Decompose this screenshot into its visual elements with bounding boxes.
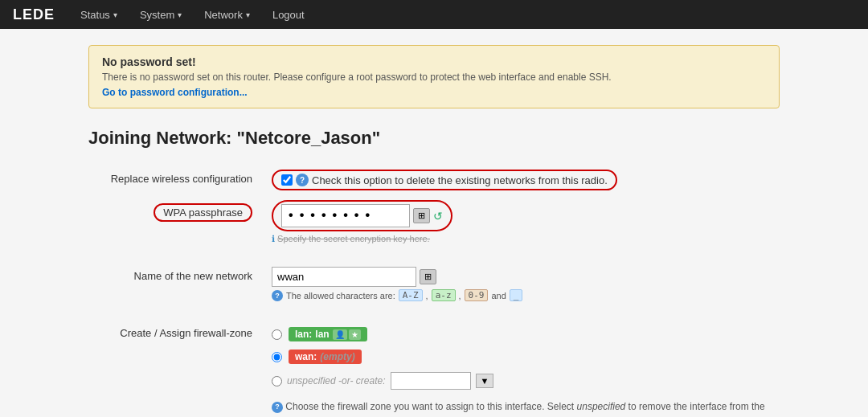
zone-create-input[interactable]: [391, 372, 471, 390]
info-icon-firewall[interactable]: ?: [272, 402, 283, 413]
zone-badge-wan-label: wan:: [295, 351, 317, 362]
char-and: and: [491, 291, 506, 300]
wpa-label-oval: WPA passphrase: [154, 203, 252, 222]
chevron-down-icon: ▾: [178, 10, 182, 19]
warning-box: No password set! There is no password se…: [88, 45, 780, 108]
warning-title: No password set!: [102, 55, 766, 68]
replace-wireless-checkbox[interactable]: [281, 174, 293, 186]
zone-lan-icons: 👤 ★: [333, 329, 361, 340]
zone-option-wan: wan: (empty): [272, 350, 773, 364]
replace-wireless-control: ? Check this option to delete the existi…: [272, 170, 617, 190]
zone-badge-lan-value: lan: [315, 329, 329, 340]
network-name-input-row: ⊞: [272, 267, 773, 287]
info-icon-network[interactable]: ?: [272, 290, 283, 301]
char-badge-AZ: A-Z: [399, 289, 423, 301]
replace-wireless-hint: Check this option to delete the existing…: [312, 174, 608, 186]
char-badge-underscore: _: [510, 289, 523, 301]
nav-status[interactable]: Status ▾: [71, 2, 127, 27]
wpa-label: WPA passphrase: [163, 206, 243, 219]
chevron-down-icon: ▾: [113, 10, 117, 19]
allowed-chars-hint: ? The allowed characters are: A-Z , a-z …: [272, 289, 773, 301]
wpa-reveal-button[interactable]: ↺: [433, 210, 443, 223]
wpa-hint: Specify the secret encryption key here.: [277, 234, 430, 243]
navbar: LEDE Status ▾ System ▾ Network ▾ Logout: [0, 0, 868, 29]
nav-logout[interactable]: Logout: [263, 2, 314, 27]
zone-badge-lan-label: lan:: [295, 329, 312, 340]
network-name-label: Name of the new network: [88, 262, 265, 306]
main-content: No password set! There is no password se…: [72, 45, 796, 417]
firewall-zone-row: Create / Assign firewall-zone lan: lan 👤…: [88, 319, 780, 417]
wpa-input-row: ⊞ ↺: [272, 200, 452, 231]
zone-lan-settings-button[interactable]: ★: [349, 329, 361, 340]
zone-lan-users-button[interactable]: 👤: [333, 329, 347, 340]
wpa-passphrase-row: WPA passphrase ⊞ ↺ ℹ Specify the secret …: [88, 195, 780, 249]
chevron-down-icon: ▾: [246, 10, 250, 19]
zone-radio-wan[interactable]: [272, 352, 282, 362]
wpa-hint-icon: ℹ: [272, 234, 275, 243]
nav-system[interactable]: System ▾: [130, 2, 191, 27]
nav-network[interactable]: Network ▾: [194, 2, 260, 27]
char-sep2: ,: [459, 291, 461, 300]
zone-radio-unspecified[interactable]: [272, 376, 282, 386]
bottom-info: ? Choose the firewall zone you want to a…: [272, 399, 773, 417]
firewall-options: lan: lan 👤 ★ wan: (emp: [272, 324, 773, 390]
zone-wan-empty: (empty): [320, 351, 354, 362]
char-badge-09: 0-9: [465, 289, 489, 301]
zone-badge-lan: lan: lan 👤 ★: [289, 327, 367, 341]
replace-wireless-label: Replace wireless configuration: [88, 165, 265, 195]
zone-radio-lan[interactable]: [272, 329, 282, 340]
zone-badge-wan: wan: (empty): [289, 350, 362, 364]
network-name-button[interactable]: ⊞: [420, 269, 436, 284]
allowed-chars-label: The allowed characters are:: [286, 291, 395, 300]
network-name-row: Name of the new network ⊞ ? The allowed …: [88, 262, 780, 306]
page-title: Joining Network: "Netcore_Jason": [88, 128, 780, 149]
unspecified-label: unspecified -or- create:: [287, 375, 386, 386]
char-sep1: ,: [426, 291, 428, 300]
zone-option-lan: lan: lan 👤 ★: [272, 327, 773, 341]
info-icon-replace[interactable]: ?: [296, 174, 309, 186]
zone-create-button[interactable]: ▼: [476, 374, 494, 388]
form-table: Replace wireless configuration ? Check t…: [88, 165, 780, 417]
char-badge-az: a-z: [432, 289, 456, 301]
warning-link[interactable]: Go to password configuration...: [102, 87, 248, 98]
wpa-show-button[interactable]: ⊞: [413, 208, 430, 223]
firewall-label: Create / Assign firewall-zone: [88, 319, 265, 417]
network-name-input[interactable]: [272, 267, 416, 287]
brand-logo: LEDE: [13, 6, 55, 23]
zone-option-unspecified: unspecified -or- create: ▼: [272, 372, 773, 390]
nav-menu: Status ▾ System ▾ Network ▾ Logout: [71, 2, 314, 27]
replace-wireless-row: Replace wireless configuration ? Check t…: [88, 165, 780, 195]
wpa-input[interactable]: [281, 204, 410, 227]
warning-desc: There is no password set on this router.…: [102, 72, 766, 83]
